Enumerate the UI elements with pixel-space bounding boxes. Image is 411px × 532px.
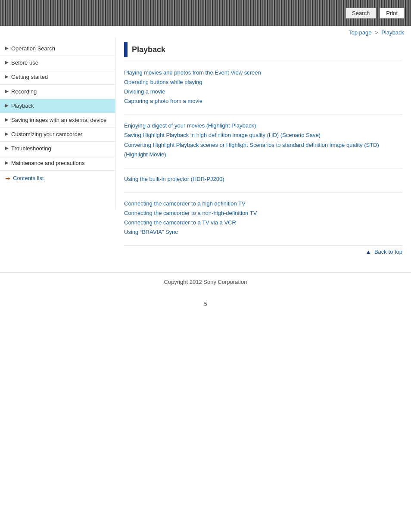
section-divider xyxy=(124,168,402,168)
sidebar-item-label: Maintenance and precautions xyxy=(11,159,111,167)
breadcrumb-top-link[interactable]: Top page xyxy=(349,29,372,36)
sidebar-item-label: Customizing your camcorder xyxy=(11,131,111,138)
sidebar-item-label: Operation Search xyxy=(11,45,111,53)
chevron-right-icon: ▶ xyxy=(5,131,9,136)
chevron-right-icon: ▶ xyxy=(5,60,9,65)
back-to-top-label: Back to top xyxy=(374,249,402,255)
chevron-right-icon: ▶ xyxy=(5,89,9,93)
breadcrumb-separator: > xyxy=(375,29,378,36)
content-link[interactable]: Operating buttons while playing xyxy=(124,78,402,87)
section-group-basic-playback: Playing movies and photos from the Event… xyxy=(124,68,402,106)
content-link[interactable]: Playing movies and photos from the Event… xyxy=(124,68,402,78)
breadcrumb-current-link[interactable]: Playback xyxy=(381,29,404,36)
footer: Copyright 2012 Sony Corporation xyxy=(0,272,411,298)
sidebar-item-customizing[interactable]: ▶Customizing your camcorder xyxy=(0,128,115,142)
chevron-right-icon: ▶ xyxy=(5,160,9,165)
content-link[interactable]: Using the built-in projector (HDR-PJ200) xyxy=(124,174,402,184)
sidebar-item-getting-started[interactable]: ▶Getting started xyxy=(0,70,115,84)
section-divider xyxy=(124,115,402,115)
content-link[interactable]: Enjoying a digest of your movies (Highli… xyxy=(124,121,402,131)
sidebar-item-label: Saving images with an external device xyxy=(11,116,111,124)
sidebar-item-before-use[interactable]: ▶Before use xyxy=(0,56,115,70)
content-link[interactable]: Connecting the camcorder to a non-high-d… xyxy=(124,208,402,218)
content-link[interactable]: Connecting the camcorder to a high defin… xyxy=(124,199,402,208)
header-bar: Search Print xyxy=(0,0,411,26)
search-button[interactable]: Search xyxy=(346,8,376,19)
sidebar-item-label: Playback xyxy=(11,102,111,110)
content-link[interactable]: Using “BRAVIA” Sync xyxy=(124,227,402,237)
print-button[interactable]: Print xyxy=(380,8,404,19)
contents-list-link[interactable]: ➡ Contents list xyxy=(0,171,115,186)
sidebar-item-label: Recording xyxy=(11,88,111,96)
chevron-right-icon: ▶ xyxy=(5,103,9,108)
back-to-top-bar: ▲ Back to top xyxy=(124,246,402,255)
section-group-tv-connection: Connecting the camcorder to a high defin… xyxy=(124,199,402,237)
sidebar-item-label: Before use xyxy=(11,59,111,67)
arrow-right-icon: ➡ xyxy=(5,175,10,182)
content-area: Playback Playing movies and photos from … xyxy=(115,37,411,264)
copyright-text: Copyright 2012 Sony Corporation xyxy=(0,279,411,285)
contents-list-label: Contents list xyxy=(13,175,44,181)
sidebar-item-playback[interactable]: ▶Playback xyxy=(0,99,115,113)
sidebar-item-saving-images[interactable]: ▶Saving images with an external device xyxy=(0,113,115,128)
sidebar-item-label: Troubleshooting xyxy=(11,145,111,152)
page-title-bar: Playback xyxy=(124,42,402,60)
page-number: 5 xyxy=(0,298,411,310)
content-link[interactable]: Saving Highlight Playback in high defini… xyxy=(124,131,402,140)
back-to-top-link[interactable]: ▲ Back to top xyxy=(365,249,402,255)
sidebar-item-label: Getting started xyxy=(11,73,111,81)
section-divider xyxy=(124,193,402,193)
section-group-highlight-playback: Enjoying a digest of your movies (Highli… xyxy=(124,121,402,159)
main-layout: ▶Operation Search▶Before use▶Getting sta… xyxy=(0,37,411,264)
chevron-right-icon: ▶ xyxy=(5,74,9,79)
sidebar-item-recording[interactable]: ▶Recording xyxy=(0,85,115,99)
section-group-projector: Using the built-in projector (HDR-PJ200) xyxy=(124,174,402,184)
sidebar-item-maintenance[interactable]: ▶Maintenance and precautions xyxy=(0,156,115,171)
page-title: Playback xyxy=(132,45,165,54)
page-title-accent xyxy=(124,42,128,57)
sidebar-item-troubleshooting[interactable]: ▶Troubleshooting xyxy=(0,142,115,156)
content-link[interactable]: Converting Highlight Playback scenes or … xyxy=(124,140,402,159)
chevron-right-icon: ▶ xyxy=(5,146,9,150)
content-link[interactable]: Capturing a photo from a movie xyxy=(124,96,402,106)
chevron-right-icon: ▶ xyxy=(5,46,9,50)
chevron-right-icon: ▶ xyxy=(5,117,9,122)
content-link[interactable]: Dividing a movie xyxy=(124,87,402,96)
triangle-up-icon: ▲ xyxy=(365,249,371,255)
sidebar: ▶Operation Search▶Before use▶Getting sta… xyxy=(0,37,115,210)
content-link[interactable]: Connecting the camcorder to a TV via a V… xyxy=(124,218,402,227)
sidebar-item-operation-search[interactable]: ▶Operation Search xyxy=(0,42,115,56)
breadcrumb: Top page > Playback xyxy=(0,26,411,37)
